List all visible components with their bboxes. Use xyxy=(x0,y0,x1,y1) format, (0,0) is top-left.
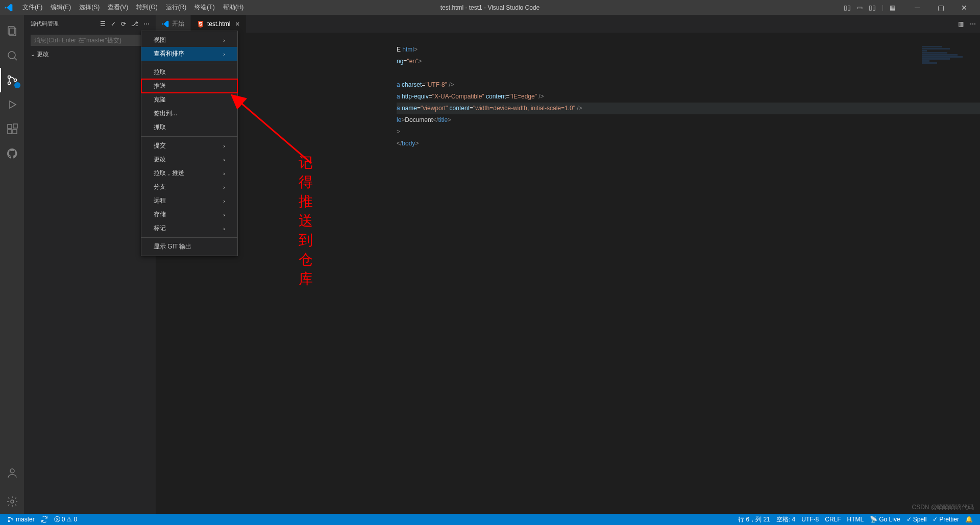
status-eol[interactable]: CRLF xyxy=(822,515,844,524)
menu-edit[interactable]: 编辑(E) xyxy=(46,1,75,14)
explorer-icon[interactable] xyxy=(0,19,24,43)
menu-view[interactable]: 查看(V) xyxy=(104,1,132,14)
scm-more-icon[interactable]: ⋯ xyxy=(143,20,150,28)
statusbar: master ⓧ0 ⚠0 行 6，列 21 空格: 4 UTF-8 CRLF H… xyxy=(0,514,980,525)
layout-left-icon[interactable]: ▯▯ xyxy=(844,4,851,11)
menu-item-pull[interactable]: 拉取 xyxy=(141,65,237,79)
scm-changes-label: 更改 xyxy=(37,50,49,59)
status-spaces[interactable]: 空格: 4 xyxy=(773,515,798,524)
status-line-col[interactable]: 行 6，列 21 xyxy=(735,515,773,524)
menu-item-stash[interactable]: 存储› xyxy=(141,208,237,221)
menu-item-view[interactable]: 视图› xyxy=(141,33,237,47)
window-title: test.html - test1 - Visual Studio Code xyxy=(440,4,540,11)
source-control-icon[interactable] xyxy=(0,68,24,92)
chevron-right-icon: › xyxy=(223,170,225,177)
svg-line-3 xyxy=(14,58,17,60)
github-icon[interactable] xyxy=(0,141,24,166)
status-problems[interactable]: ⓧ0 ⚠0 xyxy=(51,515,80,524)
status-notifications-icon[interactable]: 🔔 xyxy=(962,515,976,524)
menu-select[interactable]: 选择(S) xyxy=(75,1,104,14)
debug-icon[interactable] xyxy=(0,92,24,117)
sidebar-title: 源代码管理 xyxy=(31,20,59,28)
tab-testhtml-label: test.html xyxy=(207,20,230,28)
tab-welcome-label: 开始 xyxy=(172,19,184,28)
svg-point-15 xyxy=(8,517,9,518)
editor-more-icon[interactable]: ⋯ xyxy=(970,20,976,28)
svg-marker-7 xyxy=(10,101,16,108)
commit-message-input[interactable] xyxy=(31,35,150,46)
tab-testhtml[interactable]: test.html × xyxy=(191,15,247,33)
menu-file[interactable]: 文件(F) xyxy=(18,1,46,14)
svg-rect-9 xyxy=(8,130,12,134)
menu-item-push[interactable]: 推送 xyxy=(141,79,237,93)
scm-tree-icon[interactable]: ☰ xyxy=(100,20,106,28)
svg-point-16 xyxy=(8,520,9,521)
svg-point-12 xyxy=(10,469,14,473)
titlebar: 文件(F) 编辑(E) 选择(S) 查看(V) 转到(G) 运行(R) 终端(T… xyxy=(0,0,980,15)
menu-item-remote[interactable]: 远程› xyxy=(141,194,237,208)
menubar: 文件(F) 编辑(E) 选择(S) 查看(V) 转到(G) 运行(R) 终端(T… xyxy=(18,1,248,14)
scm-context-menu: 视图› 查看和排序› 拉取 推送 克隆 签出到... 抓取 提交› 更改› 拉取… xyxy=(141,31,238,256)
status-spell[interactable]: ✓Spell xyxy=(903,515,930,524)
menu-item-clone[interactable]: 克隆 xyxy=(141,93,237,107)
svg-rect-11 xyxy=(13,124,17,128)
search-icon[interactable] xyxy=(0,43,24,68)
code-editor[interactable]: E html>ng="en">a charset="UTF-8" />a htt… xyxy=(156,44,980,514)
watermark: CSDN @嘀嘀嘀嘀代码 xyxy=(912,503,974,512)
scm-changes-section[interactable]: ⌄ 更改 xyxy=(24,48,156,61)
menu-item-fetch[interactable]: 抓取 xyxy=(141,120,237,134)
accounts-icon[interactable] xyxy=(0,461,24,485)
menu-item-view-sort[interactable]: 查看和排序› xyxy=(141,47,237,61)
close-button[interactable]: ✕ xyxy=(952,0,976,15)
breadcrumbs[interactable]: › head › meta xyxy=(156,33,980,44)
minimize-button[interactable]: ─ xyxy=(905,0,929,15)
minimap[interactable] xyxy=(922,45,973,107)
menu-item-branch[interactable]: 分支› xyxy=(141,180,237,194)
status-branch[interactable]: master xyxy=(4,516,38,523)
extensions-icon[interactable] xyxy=(0,117,24,141)
scm-commit-icon[interactable]: ✓ xyxy=(111,20,116,28)
status-golive[interactable]: 📡Go Live xyxy=(867,515,903,524)
chevron-right-icon: › xyxy=(223,226,225,232)
status-prettier[interactable]: ✓Prettier xyxy=(929,515,962,524)
menu-separator xyxy=(141,237,237,238)
maximize-button[interactable]: ▢ xyxy=(929,0,952,15)
menu-item-changes[interactable]: 更改› xyxy=(141,153,237,166)
scm-badge xyxy=(14,82,20,88)
layout-right-icon[interactable]: ▯▯ xyxy=(869,4,876,11)
tab-close-icon[interactable]: × xyxy=(235,20,239,28)
menu-item-tags[interactable]: 标记› xyxy=(141,221,237,235)
menu-item-checkout[interactable]: 签出到... xyxy=(141,107,237,120)
vscode-logo-icon xyxy=(4,3,13,12)
menu-goto[interactable]: 转到(G) xyxy=(132,1,161,14)
menu-run[interactable]: 运行(R) xyxy=(162,1,191,14)
layout-bottom-icon[interactable]: ▭ xyxy=(857,4,863,11)
menu-separator xyxy=(141,136,237,137)
menu-help[interactable]: 帮助(H) xyxy=(219,1,248,14)
chevron-right-icon: › xyxy=(223,143,225,149)
split-editor-icon[interactable]: ▥ xyxy=(958,20,964,28)
editor-tabs: 开始 test.html × ▥ ⋯ xyxy=(156,15,980,33)
scm-refresh-icon[interactable]: ⟳ xyxy=(121,20,126,28)
editor-area: 开始 test.html × ▥ ⋯ › head › meta E html>… xyxy=(156,15,980,514)
status-lang[interactable]: HTML xyxy=(844,515,867,524)
layout-customize-icon[interactable]: ▦ xyxy=(890,4,895,11)
chevron-right-icon: › xyxy=(223,184,225,190)
chevron-right-icon: › xyxy=(223,212,225,218)
menu-item-commit[interactable]: 提交› xyxy=(141,139,237,153)
menu-item-show-git-output[interactable]: 显示 GIT 输出 xyxy=(141,240,237,254)
chevron-right-icon: › xyxy=(223,51,225,57)
status-encoding[interactable]: UTF-8 xyxy=(798,515,822,524)
svg-point-4 xyxy=(8,76,10,79)
menu-terminal[interactable]: 终端(T) xyxy=(190,1,218,14)
scm-branch-icon[interactable]: ⎇ xyxy=(131,20,138,28)
activity-bar xyxy=(0,15,24,514)
chevron-down-icon: ⌄ xyxy=(31,52,35,57)
chevron-right-icon: › xyxy=(223,157,225,163)
tab-welcome[interactable]: 开始 xyxy=(156,15,191,33)
sidebar-scm: 源代码管理 ☰ ✓ ⟳ ⎇ ⋯ ⌄ 更改 xyxy=(24,15,156,514)
menu-separator xyxy=(141,63,237,63)
settings-gear-icon[interactable] xyxy=(0,489,24,514)
menu-item-pull-push[interactable]: 拉取，推送› xyxy=(141,166,237,180)
status-sync[interactable] xyxy=(38,516,51,523)
